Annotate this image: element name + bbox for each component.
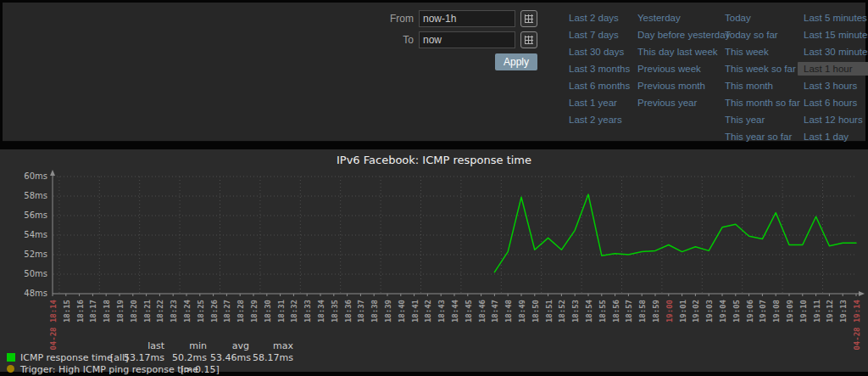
legend-header-last: last [117,340,164,351]
x-tick-label: 19:02 [692,300,700,323]
quick-range-link[interactable]: Last 1 year [569,98,630,108]
x-tick-label: 18:23 [170,300,178,323]
quick-range-link[interactable]: Previous week [637,64,730,74]
y-tick-label: 56ms [24,210,47,220]
quick-range-link[interactable]: Last 5 minutes [804,13,868,23]
series-min-value: 50.2ms [168,352,207,363]
x-tick-label: 18:48 [504,300,513,323]
x-tick-label: 18:16 [76,300,85,323]
time-picker-panel: From To Apply Last 2 daysLast 7 daysLast… [3,3,865,142]
x-tick-label: 18:44 [451,299,459,323]
to-calendar-button[interactable] [520,31,537,48]
x-tick-label: 19:04 [719,299,727,323]
quick-ranges-column-4: Last 5 minutesLast 15 minutesLast 30 min… [804,13,868,149]
quick-range-link[interactable]: This week so far [725,64,800,74]
legend-header-avg: avg [210,340,249,351]
quick-range-link[interactable]: This year so far [725,132,800,142]
x-tick-label: 18:15 [63,300,71,323]
apply-button[interactable]: Apply [495,53,537,70]
trigger-label: Trigger: High ICMP ping response time [20,364,198,375]
x-tick-label: 18:27 [223,300,231,323]
y-tick-label: 60ms [24,171,47,181]
x-tick-label: 18:28 [236,300,245,323]
x-tick-label: 19:12 [826,300,834,323]
quick-range-link[interactable]: Last 1 hour [798,62,868,76]
x-tick-label: 19:07 [759,300,767,323]
y-axis-arrow-icon [50,170,55,176]
quick-range-link[interactable]: This month so far [725,98,800,108]
time-range-form: From To Apply [388,10,537,70]
x-axis-arrow-icon [859,291,865,296]
x-tick-label: 18:17 [89,300,97,323]
legend-header-min: min [168,340,207,351]
from-calendar-button[interactable] [520,10,537,27]
x-tick-label: 19:05 [732,300,741,323]
x-tick-label: 19:01 [679,300,687,323]
trigger-condition: [> 0.15] [181,364,220,375]
x-tick-label: 18:35 [331,300,339,323]
x-tick-label: 18:51 [545,300,554,323]
x-tick-label: 04-28 19:14 [853,299,861,350]
quick-range-link[interactable]: Last 30 days [569,47,630,57]
y-tick-label: 58ms [24,191,47,200]
quick-range-link[interactable]: Today [725,13,800,23]
y-tick-label: 48ms [24,289,47,298]
from-label: From [388,13,414,25]
x-tick-label: 18:32 [290,300,298,323]
quick-range-link[interactable]: Last 2 years [569,115,630,125]
x-tick-label: 18:36 [344,300,353,323]
quick-range-link[interactable]: Last 3 hours [804,81,868,91]
quick-range-link[interactable]: Last 6 hours [804,98,868,108]
x-tick-label: 19:03 [705,300,714,323]
from-input[interactable] [419,10,515,27]
quick-range-link[interactable]: This month [725,81,800,91]
x-tick-label: 18:58 [638,300,647,323]
series-marker-icon [7,353,15,362]
x-tick-label: 18:22 [156,300,164,323]
icmp-response-time-chart[interactable]: 60ms58ms56ms54ms52ms50ms48ms04-28 18:141… [0,149,868,372]
x-tick-label: 18:30 [264,300,272,323]
x-tick-label: 18:38 [370,300,379,323]
y-tick-label: 50ms [24,269,47,278]
quick-range-link[interactable]: Last 3 months [569,64,630,74]
quick-range-link[interactable]: Yesterday [637,13,730,23]
x-tick-label: 18:53 [571,300,580,323]
quick-range-link[interactable]: Last 15 minutes [804,30,868,40]
x-tick-label: 18:26 [210,300,219,323]
graph-panel: IPv6 Facebook: ICMP response time 60ms58… [0,149,868,372]
to-input[interactable] [419,31,515,48]
x-tick-label: 18:39 [384,300,392,323]
x-tick-label: 19:06 [746,300,754,323]
x-tick-label: 18:40 [398,300,406,323]
legend-header-row: last min avg max [7,340,329,351]
x-tick-label: 18:57 [625,300,633,323]
x-tick-label: 18:43 [437,300,446,323]
x-tick-label: 18:31 [277,300,286,323]
series-last-value: 53.17ms [117,352,164,363]
x-tick-label: 18:54 [585,299,593,323]
quick-range-link[interactable]: Day before yesterday [637,30,730,40]
quick-range-link[interactable]: Last 12 hours [804,115,868,125]
x-tick-label: 18:25 [197,300,205,323]
quick-range-link[interactable]: Today so far [725,30,800,40]
x-tick-label: 18:37 [357,300,365,323]
quick-range-link[interactable]: This week [725,47,800,57]
x-tick-label: 18:20 [130,300,138,323]
quick-range-link[interactable]: This year [725,115,800,125]
x-tick-label: 19:08 [772,300,781,323]
x-tick-label: 18:55 [598,300,607,323]
quick-range-link[interactable]: Last 2 days [569,13,630,23]
quick-range-link[interactable]: Last 7 days [569,30,630,40]
quick-range-link[interactable]: Last 6 months [569,81,630,91]
series-max-value: 58.17ms [251,352,293,363]
legend-trigger-row: Trigger: High ICMP ping response time [>… [7,364,329,375]
x-tick-label: 18:50 [531,300,540,323]
x-tick-label: 18:42 [424,300,432,323]
quick-range-link[interactable]: Previous month [637,81,730,91]
quick-range-link[interactable]: This day last week [637,47,730,57]
quick-range-link[interactable]: Last 1 day [804,132,868,142]
x-tick-label: 19:09 [786,300,794,323]
quick-range-link[interactable]: Last 30 minutes [804,47,868,57]
quick-range-link[interactable]: Previous year [637,98,730,108]
series-label: ICMP response time [20,352,113,363]
